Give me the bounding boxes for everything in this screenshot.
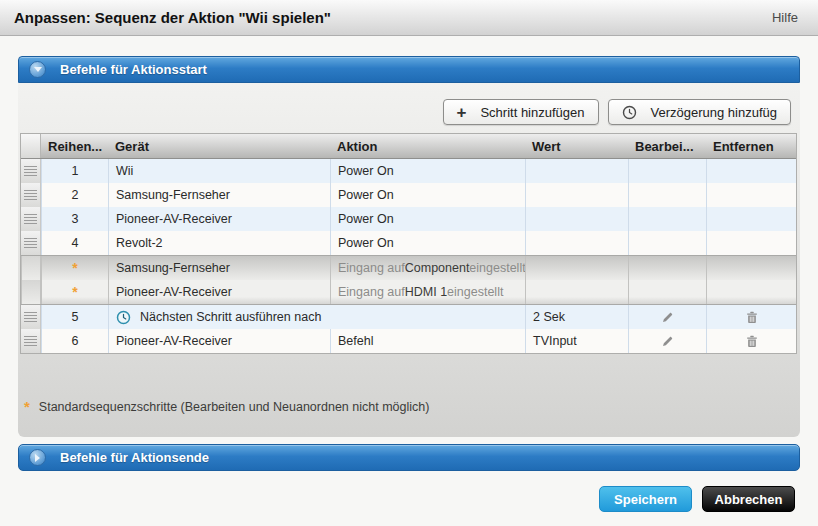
row-device: Pioneer-AV-Receiver: [108, 280, 330, 304]
row-value: [525, 159, 628, 183]
row-edit-cell: [628, 159, 706, 183]
dialog-title: Anpassen: Sequenz der Aktion "Wii spiele…: [14, 9, 331, 26]
action-suffix: eingestellt: [447, 285, 503, 299]
drag-handle[interactable]: [21, 183, 41, 207]
row-order: 3: [41, 207, 108, 231]
edit-button[interactable]: [660, 310, 675, 325]
add-delay-label: Verzögerung hinzufüg: [651, 105, 777, 120]
section-header-action-end[interactable]: Befehle für Aktionsende: [18, 444, 800, 471]
section-title: Befehle für Aktionsende: [60, 450, 209, 465]
drag-handle[interactable]: [21, 159, 41, 183]
save-button[interactable]: Speichern: [599, 486, 692, 512]
row-remove-cell: [706, 183, 796, 207]
row-device: Wii: [108, 159, 330, 183]
cancel-button[interactable]: Abbrechen: [702, 486, 795, 512]
row-value: [525, 280, 628, 304]
chevron-down-icon: [34, 67, 42, 72]
row-remove-cell: [706, 256, 796, 280]
row-order: 2: [41, 183, 108, 207]
table-row-delay: 5 Nächsten Schritt ausführen nach 2 Sek: [21, 305, 796, 329]
row-edit-cell: [628, 329, 706, 353]
drag-grip-icon: [24, 238, 37, 249]
collapse-toggle-button[interactable]: [29, 61, 46, 78]
drag-handle-disabled: [21, 256, 41, 280]
row-action: Power On: [330, 207, 525, 231]
help-link[interactable]: Hilfe: [772, 10, 798, 25]
row-device: Revolt-2: [108, 231, 330, 255]
row-remove-cell: [706, 207, 796, 231]
row-edit-cell: [628, 207, 706, 231]
section-header-action-start[interactable]: Befehle für Aktionsstart: [18, 56, 800, 83]
drag-handle[interactable]: [21, 329, 41, 353]
toolbar: + Schritt hinzufügen Verzögerung hinzufü…: [18, 83, 800, 133]
table-row-locked: * Samsung-Fernseher Eingang auf Componen…: [21, 255, 796, 280]
column-header-value: Wert: [525, 134, 628, 158]
row-remove-cell: [706, 280, 796, 304]
row-action: Power On: [330, 159, 525, 183]
row-edit-cell: [628, 280, 706, 304]
column-header-edit: Bearbei...: [628, 134, 706, 158]
plus-icon: +: [457, 104, 467, 121]
row-order: 1: [41, 159, 108, 183]
row-remove-cell: [706, 231, 796, 255]
star-icon: *: [72, 285, 77, 299]
delete-button[interactable]: [745, 310, 759, 325]
drag-handle-disabled: [21, 280, 41, 304]
row-order: *: [41, 280, 108, 304]
table-row: 6 Pioneer-AV-Receiver Befehl TVInput: [21, 329, 796, 353]
row-edit-cell: [628, 183, 706, 207]
delete-button[interactable]: [745, 334, 759, 349]
table-row-locked: * Pioneer-AV-Receiver Eingang auf HDMI 1…: [21, 280, 796, 305]
table-row: 1 Wii Power On: [21, 159, 796, 183]
drag-grip-icon: [24, 214, 37, 225]
clock-icon: [622, 105, 637, 120]
add-step-label: Schritt hinzufügen: [480, 105, 584, 120]
drag-handle[interactable]: [21, 231, 41, 255]
column-header-device: Gerät: [108, 134, 330, 158]
row-device: Samsung-Fernseher: [108, 183, 330, 207]
row-action: Eingang auf Component eingestellt: [330, 256, 525, 280]
add-step-button[interactable]: + Schritt hinzufügen: [443, 99, 599, 125]
row-action: Eingang auf HDMI 1 eingestellt: [330, 280, 525, 304]
row-action: Power On: [330, 231, 525, 255]
row-device: Pioneer-AV-Receiver: [108, 329, 330, 353]
row-order: 4: [41, 231, 108, 255]
row-edit-cell: [628, 231, 706, 255]
row-action: Befehl: [330, 329, 525, 353]
star-icon: *: [72, 261, 77, 275]
row-value: [525, 231, 628, 255]
footnote-text: Standardsequenzschritte (Bearbeiten und …: [39, 400, 430, 414]
row-device: Pioneer-AV-Receiver: [108, 207, 330, 231]
column-header-action: Aktion: [330, 134, 525, 158]
drag-handle[interactable]: [21, 207, 41, 231]
footnote-star-icon: *: [24, 399, 30, 414]
expand-toggle-button[interactable]: [29, 449, 46, 466]
table-row: 2 Samsung-Fernseher Power On: [21, 183, 796, 207]
action-prefix: Eingang auf: [338, 285, 405, 299]
section-title: Befehle für Aktionsstart: [60, 62, 207, 77]
row-remove-cell: [706, 159, 796, 183]
edit-button[interactable]: [660, 334, 675, 349]
row-delay-label: Nächsten Schritt ausführen nach: [108, 305, 525, 329]
drag-grip-icon: [24, 336, 37, 347]
row-value: TVInput: [525, 329, 628, 353]
drag-grip-icon: [24, 166, 37, 177]
drag-handle[interactable]: [21, 305, 41, 329]
row-value: 2 Sek: [525, 305, 628, 329]
row-edit-cell: [628, 256, 706, 280]
clock-icon: [116, 310, 131, 325]
table-header-row: Reihen... Gerät Aktion Wert Bearbei... E…: [21, 134, 796, 159]
column-header-remove: Entfernen: [706, 134, 796, 158]
section-body: + Schritt hinzufügen Verzögerung hinzufü…: [18, 83, 800, 437]
row-device: Samsung-Fernseher: [108, 256, 330, 280]
add-delay-button[interactable]: Verzögerung hinzufüg: [608, 99, 791, 125]
table-row: 4 Revolt-2 Power On: [21, 231, 796, 255]
sequence-table: Reihen... Gerät Aktion Wert Bearbei... E…: [20, 133, 797, 354]
row-value: [525, 207, 628, 231]
row-remove-cell: [706, 305, 796, 329]
drag-grip-icon: [24, 312, 37, 323]
row-order: 6: [41, 329, 108, 353]
action-start-panel: Befehle für Aktionsstart + Schritt hinzu…: [18, 56, 800, 437]
footnote: * Standardsequenzschritte (Bearbeiten un…: [24, 399, 429, 414]
column-header-drag: [21, 134, 41, 158]
